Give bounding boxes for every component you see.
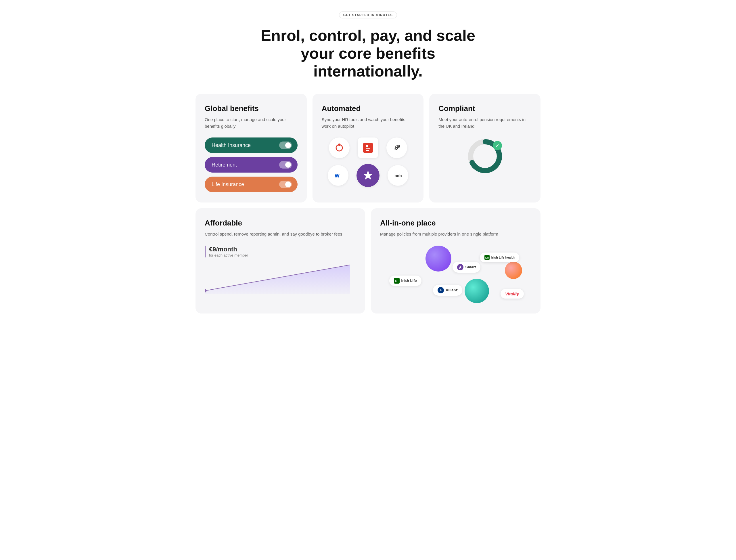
peach-blob xyxy=(505,262,522,279)
penelope-logo: 𝒫 xyxy=(386,137,407,158)
automated-desc: Sync your HR tools and watch your benefi… xyxy=(322,116,414,129)
automated-card: Automated Sync your HR tools and watch y… xyxy=(313,94,424,202)
svg-marker-23 xyxy=(458,265,462,269)
donut-chart: ✓ xyxy=(466,137,504,175)
irish-life-health-badge: ILH Irish Life health xyxy=(480,253,519,262)
irish-life-badge: IL Irish Life xyxy=(389,276,421,286)
irish-life-icon: IL xyxy=(394,278,399,284)
workday-logo: W xyxy=(328,165,349,186)
compliant-desc: Meet your auto-enrol pension requirement… xyxy=(438,116,531,129)
svg-text:bob: bob xyxy=(394,173,402,178)
svg-text:IL: IL xyxy=(395,280,397,282)
health-label: Health Insurance xyxy=(212,142,251,148)
smart-badge: Smart xyxy=(452,262,480,273)
svg-text:✓: ✓ xyxy=(495,143,499,148)
all-in-one-desc: Manage policies from multiple providers … xyxy=(380,231,531,238)
compliant-title: Compliant xyxy=(438,104,531,113)
svg-rect-4 xyxy=(366,145,368,147)
life-toggle[interactable]: Life Insurance xyxy=(205,177,298,192)
eyebrow-label: GET STARTED IN MINUTES xyxy=(339,12,397,18)
purple-blob xyxy=(425,246,451,272)
toggle-list: Health Insurance Retirement Life Insuran… xyxy=(205,137,298,192)
eyebrow-wrap: GET STARTED IN MINUTES xyxy=(196,12,540,26)
page-wrapper: GET STARTED IN MINUTES Enrol, control, p… xyxy=(196,12,540,314)
global-title: Global benefits xyxy=(205,104,298,113)
health-toggle[interactable]: Health Insurance xyxy=(205,137,298,153)
bottom-cards-grid: Affordable Control spend, remove reporti… xyxy=(196,208,540,314)
automated-title: Automated xyxy=(322,104,414,113)
global-desc: One place to start, manage and scale you… xyxy=(205,116,298,129)
top-cards-grid: Global benefits One place to start, mana… xyxy=(196,94,540,202)
smart-dot xyxy=(457,264,463,270)
compliant-card: Compliant Meet your auto-enrol pension r… xyxy=(429,94,540,202)
svg-text:ILH: ILH xyxy=(485,257,489,259)
price-sub: for each active member xyxy=(209,253,248,257)
page-headline: Enrol, control, pay, and scale your core… xyxy=(244,26,492,80)
center-star-logo xyxy=(357,164,379,187)
teal-blob xyxy=(464,279,489,303)
bob-logo: bob xyxy=(387,165,408,186)
health-toggle-knob xyxy=(279,142,292,149)
irish-life-health-icon: ILH xyxy=(484,255,490,260)
affordable-chart xyxy=(205,262,356,294)
all-in-one-card: All-in-one place Manage policies from mu… xyxy=(371,208,540,314)
allianz-badge: A Allianz xyxy=(433,285,462,296)
svg-rect-6 xyxy=(366,150,369,151)
vitality-text: Vitality xyxy=(505,291,519,296)
life-toggle-knob xyxy=(279,181,292,188)
affordable-card: Affordable Control spend, remove reporti… xyxy=(196,208,365,314)
providers-area: IL Irish Life Smart A Al xyxy=(380,246,531,303)
retirement-toggle[interactable]: Retirement xyxy=(205,157,298,173)
global-benefits-card: Global benefits One place to start, mana… xyxy=(196,94,307,202)
retirement-label: Retirement xyxy=(212,162,237,168)
retirement-toggle-knob xyxy=(279,161,292,169)
affordable-title: Affordable xyxy=(205,219,356,228)
smart-icon xyxy=(458,265,462,269)
svg-marker-11 xyxy=(363,170,373,180)
affordable-desc: Control spend, remove reporting admin, a… xyxy=(205,231,356,238)
svg-rect-5 xyxy=(366,148,370,149)
life-label: Life Insurance xyxy=(212,181,244,188)
personio-logo xyxy=(358,137,378,158)
allianz-dot: A xyxy=(437,287,444,293)
rippling-logo xyxy=(329,137,350,158)
svg-text:W: W xyxy=(335,173,340,179)
all-in-one-title: All-in-one place xyxy=(380,219,531,228)
price-amount: €9/month xyxy=(209,246,248,253)
svg-rect-3 xyxy=(363,143,373,153)
vitality-badge: Vitality xyxy=(500,289,524,299)
svg-point-2 xyxy=(338,144,341,146)
donut-wrap: ✓ xyxy=(438,137,531,175)
